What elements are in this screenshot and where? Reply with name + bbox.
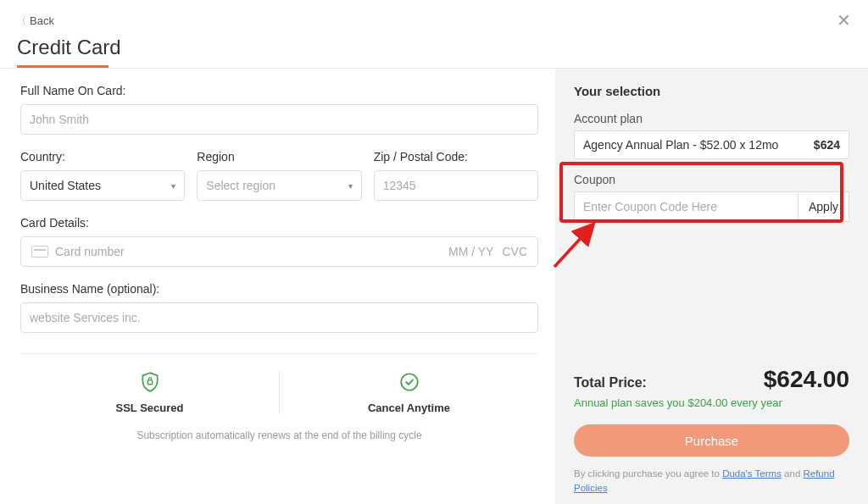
- agree-prefix: By clicking purchase you agree to: [574, 468, 722, 479]
- plan-text: Agency Annual Plan - $52.00 x 12mo: [583, 138, 778, 152]
- plan-price: $624: [814, 138, 840, 152]
- apply-button[interactable]: Apply: [798, 192, 849, 221]
- page-title: Credit Card: [17, 36, 851, 68]
- ssl-secured-text: SSL Secured: [116, 402, 184, 414]
- purchase-button[interactable]: Purchase: [574, 424, 849, 457]
- chevron-left-icon: 〈: [17, 14, 26, 27]
- region-select[interactable]: Select region ▾: [197, 170, 361, 201]
- chevron-down-icon: ▾: [171, 181, 175, 191]
- card-input-row[interactable]: Card number MM / YY CVC: [20, 236, 538, 267]
- annotation-arrow-icon: [551, 219, 602, 270]
- business-input[interactable]: [20, 302, 538, 333]
- subscription-note: Subscription automatically renews at the…: [20, 429, 538, 441]
- savings-text: Annual plan saves you $204.00 every year: [574, 396, 849, 409]
- card-number-placeholder: Card number: [55, 245, 125, 258]
- close-icon[interactable]: ✕: [837, 10, 851, 30]
- plan-summary-box: Agency Annual Plan - $52.00 x 12mo $624: [574, 130, 849, 159]
- full-name-label: Full Name On Card:: [20, 84, 538, 97]
- zip-input[interactable]: [374, 170, 538, 201]
- business-label: Business Name (optional):: [20, 282, 538, 296]
- shield-icon: [139, 371, 161, 393]
- form-divider: [20, 353, 538, 354]
- back-label: Back: [30, 14, 54, 27]
- zip-label: Zip / Postal Code:: [374, 150, 538, 163]
- full-name-input[interactable]: [20, 104, 538, 135]
- country-value: United States: [30, 179, 101, 192]
- total-price-label: Total Price:: [574, 375, 647, 390]
- card-details-label: Card Details:: [20, 216, 538, 230]
- svg-line-2: [554, 226, 592, 267]
- cancel-anytime-text: Cancel Anytime: [368, 402, 450, 414]
- card-expiry-placeholder: MM / YY: [448, 245, 493, 258]
- chevron-down-icon: ▾: [348, 181, 353, 191]
- agree-mid: and: [782, 468, 804, 479]
- svg-rect-0: [147, 380, 152, 385]
- back-button[interactable]: 〈 Back: [17, 14, 54, 27]
- check-circle-icon: [398, 371, 420, 393]
- svg-point-1: [401, 374, 418, 390]
- region-label: Region: [197, 150, 361, 163]
- your-selection-heading: Your selection: [574, 84, 849, 98]
- country-select[interactable]: United States ▾: [20, 170, 185, 201]
- country-label: Country:: [20, 150, 185, 163]
- total-price-amount: $624.00: [764, 366, 849, 393]
- agree-text: By clicking purchase you agree to Duda's…: [574, 467, 849, 496]
- account-plan-label: Account plan: [574, 112, 849, 125]
- card-cvc-placeholder: CVC: [502, 245, 527, 258]
- terms-link[interactable]: Duda's Terms: [722, 468, 782, 479]
- coupon-input[interactable]: [575, 192, 798, 221]
- coupon-label: Coupon: [574, 173, 849, 186]
- card-icon: [31, 246, 48, 258]
- region-placeholder: Select region: [206, 179, 275, 192]
